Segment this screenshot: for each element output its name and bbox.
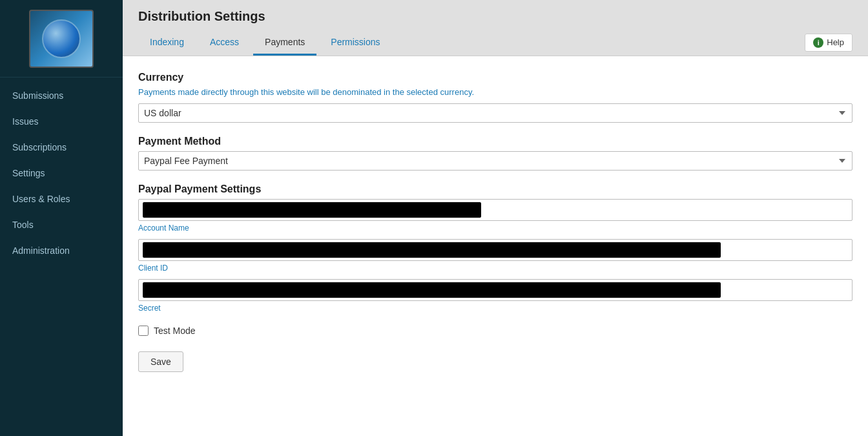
sidebar-item-tools[interactable]: Tools bbox=[0, 212, 123, 238]
help-button[interactable]: i Help bbox=[805, 34, 852, 52]
test-mode-checkbox[interactable] bbox=[138, 326, 149, 336]
test-mode-row: Test Mode bbox=[138, 326, 852, 336]
sidebar-item-subscriptions[interactable]: Subscriptions bbox=[0, 134, 123, 160]
page-header: Distribution Settings Indexing Access Pa… bbox=[123, 0, 868, 56]
currency-section: Currency Payments made directly through … bbox=[138, 72, 852, 123]
currency-desc: Payments made directly through this webs… bbox=[138, 87, 852, 97]
account-name-wrapper bbox=[138, 199, 852, 221]
sidebar-nav: Submissions Issues Subscriptions Setting… bbox=[0, 78, 123, 436]
logo-box bbox=[29, 10, 94, 68]
page-title: Distribution Settings bbox=[138, 9, 852, 24]
client-id-label: Client ID bbox=[138, 264, 852, 273]
account-name-masked bbox=[143, 202, 481, 218]
secret-wrapper bbox=[138, 279, 852, 301]
content-area: Currency Payments made directly through … bbox=[123, 56, 868, 436]
test-mode-label: Test Mode bbox=[154, 326, 196, 336]
save-button[interactable]: Save bbox=[138, 351, 183, 372]
account-name-label: Account Name bbox=[138, 223, 852, 233]
payment-method-select[interactable]: Paypal Fee Payment bbox=[138, 151, 852, 171]
sidebar: Submissions Issues Subscriptions Setting… bbox=[0, 0, 123, 436]
tab-indexing[interactable]: Indexing bbox=[138, 32, 196, 56]
client-id-masked bbox=[143, 242, 721, 258]
logo-area bbox=[0, 0, 123, 78]
logo-globe bbox=[42, 19, 81, 58]
tabs-bar: Indexing Access Payments Permissions i H… bbox=[138, 32, 852, 56]
paypal-settings-section: Paypal Payment Settings Account Name Cli… bbox=[138, 183, 852, 313]
paypal-settings-title: Paypal Payment Settings bbox=[138, 183, 852, 195]
tab-access[interactable]: Access bbox=[198, 32, 251, 56]
client-id-wrapper bbox=[138, 239, 852, 261]
payment-method-section: Payment Method Paypal Fee Payment bbox=[138, 136, 852, 171]
secret-masked bbox=[143, 282, 721, 298]
sidebar-item-users-roles[interactable]: Users & Roles bbox=[0, 186, 123, 212]
tab-permissions[interactable]: Permissions bbox=[319, 32, 391, 56]
help-label: Help bbox=[827, 37, 844, 47]
secret-label: Secret bbox=[138, 304, 852, 313]
currency-select[interactable]: US dollar bbox=[138, 103, 852, 123]
sidebar-item-submissions[interactable]: Submissions bbox=[0, 83, 123, 109]
payment-method-title: Payment Method bbox=[138, 136, 852, 147]
currency-title: Currency bbox=[138, 72, 852, 83]
help-icon: i bbox=[813, 37, 823, 48]
main-content: Distribution Settings Indexing Access Pa… bbox=[123, 0, 868, 436]
sidebar-item-settings[interactable]: Settings bbox=[0, 160, 123, 186]
sidebar-item-administration[interactable]: Administration bbox=[0, 238, 123, 264]
sidebar-item-issues[interactable]: Issues bbox=[0, 109, 123, 134]
tab-payments[interactable]: Payments bbox=[253, 32, 316, 56]
